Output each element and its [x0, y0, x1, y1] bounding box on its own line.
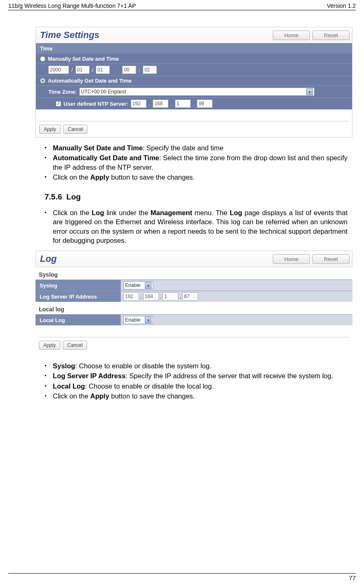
list-item: Local Log: Choose to enable or disable t…	[45, 382, 347, 391]
home-button[interactable]: Home	[273, 254, 310, 264]
doc-header-right: Version 1.2	[327, 2, 356, 9]
ntp-ip3[interactable]: 1	[175, 100, 191, 108]
panel-title: Time Settings	[40, 30, 99, 40]
section-time: Time	[36, 43, 352, 54]
ntp-label: User defined NTP Server:	[64, 101, 128, 107]
auto-label: Automatically Get Date and Time	[48, 78, 132, 84]
dot: .	[160, 294, 162, 300]
ntp-checkbox[interactable]	[56, 101, 61, 107]
page-number: 77	[8, 574, 356, 581]
cancel-button[interactable]: Cancel	[63, 125, 87, 134]
log-ip3[interactable]: 1	[163, 292, 178, 301]
apply-button[interactable]: Apply	[39, 125, 61, 134]
minute-input[interactable]: 02	[143, 66, 157, 74]
locallog-label: Local Log	[35, 315, 121, 325]
manual-radio[interactable]	[40, 56, 45, 62]
timezone-value: UTC+00:00 England	[81, 89, 126, 95]
panel-title: Log	[40, 254, 57, 264]
log-ip4[interactable]: 67	[182, 292, 198, 301]
home-button[interactable]: Home	[273, 31, 310, 40]
syslog-select[interactable]: Enable ▾	[123, 281, 153, 289]
manual-label: Manually Set Date and Time	[48, 56, 119, 62]
timezone-label: Time Zone:	[48, 89, 77, 95]
ntp-ip1[interactable]: 192	[131, 100, 147, 108]
dot: .	[149, 101, 151, 107]
locallog-select[interactable]: Enable ▾	[123, 316, 153, 324]
dot: .	[140, 294, 142, 300]
ntp-ip2[interactable]: 168	[153, 100, 168, 108]
day-input[interactable]: 01	[96, 66, 110, 74]
section-heading: 7.5.6 Log	[45, 192, 347, 202]
ntp-ip4[interactable]: 99	[197, 100, 213, 108]
syslog-label: Syslog	[35, 281, 121, 290]
chevron-down-icon: ▾	[306, 88, 313, 95]
log-panel: Log Home Reset Syslog Syslog Enable ▾ Lo…	[35, 251, 352, 353]
time-settings-panel: Time Settings Home Reset Time Manually S…	[35, 27, 352, 138]
log-ip2[interactable]: 168	[143, 292, 159, 301]
sep: /	[92, 67, 94, 73]
list-item: Click on the Log link under the Manageme…	[45, 208, 347, 245]
auto-radio[interactable]	[40, 78, 45, 83]
year-input[interactable]: 2000	[48, 66, 69, 74]
dot: .	[193, 101, 195, 107]
locallog-subhead: Local log	[35, 302, 352, 314]
log-ip1[interactable]: 192	[123, 292, 139, 301]
chevron-down-icon: ▾	[145, 317, 151, 323]
hour-input[interactable]: 00	[122, 66, 136, 74]
list-item: Automatically Get Date and Time: Select …	[45, 153, 347, 172]
doc-header-left: 11b/g Wireless Long Range Multi-function…	[8, 2, 136, 9]
list-item: Click on the Apply button to save the ch…	[45, 173, 347, 182]
reset-button[interactable]: Reset	[312, 31, 350, 40]
dot: .	[180, 294, 181, 300]
sep: :	[139, 67, 140, 73]
sep: /	[71, 67, 73, 73]
timezone-select[interactable]: UTC+00:00 England ▾	[79, 88, 314, 96]
list-item: Log Server IP Address: Specify the IP ad…	[45, 371, 347, 380]
list-item: Click on the Apply button to save the ch…	[45, 391, 347, 401]
month-input[interactable]: 01	[76, 66, 90, 74]
header-rule	[8, 10, 356, 10]
log-server-ip-label: Log Server IP Address	[35, 292, 121, 301]
cancel-button[interactable]: Cancel	[63, 341, 87, 350]
apply-button[interactable]: Apply	[39, 341, 60, 350]
list-item: Syslog: Choose to enable or disable the …	[45, 361, 347, 370]
list-item: Manually Set Date and Time: Specify the …	[45, 143, 347, 152]
reset-button[interactable]: Reset	[312, 254, 350, 264]
chevron-down-icon: ▾	[145, 282, 151, 289]
syslog-subhead: Syslog	[35, 267, 352, 280]
dot: .	[171, 101, 173, 107]
